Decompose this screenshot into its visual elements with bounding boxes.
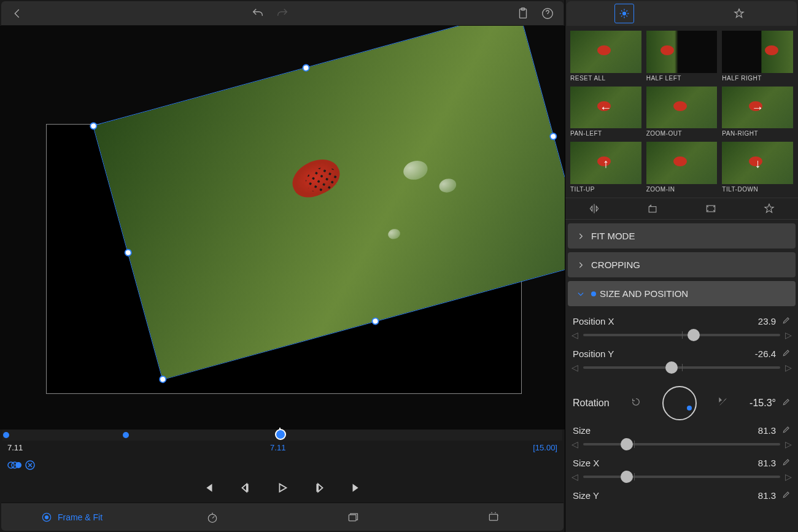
transform-tool-row (565, 198, 798, 220)
section-cropping-label: CROPPING (591, 260, 640, 270)
keyframe-1[interactable] (123, 432, 129, 438)
size-position-controls: Position X 23.9 ◁ ▷ Position Y -26.4 (565, 314, 798, 532)
side-toolbar (567, 1, 797, 26)
keyframe-start[interactable] (3, 432, 9, 438)
size-x-increment[interactable]: ▷ (785, 472, 792, 482)
preset-pan-right[interactable]: →PAN-RIGHT (722, 87, 793, 137)
rotation-ccw[interactable] (631, 397, 641, 409)
size-label: Size (573, 425, 591, 436)
tab-effects[interactable] (423, 503, 564, 531)
keyframe-group-icon[interactable] (7, 460, 22, 472)
edit-position-x[interactable] (782, 316, 791, 326)
position-y-increment[interactable]: ▷ (785, 363, 792, 372)
svg-point-7 (45, 515, 48, 519)
size-x-decrement[interactable]: ◁ (571, 472, 578, 482)
rotate-icon[interactable] (644, 200, 661, 217)
control-size-y: Size Y 81.3 (571, 490, 792, 504)
preset-tilt-up[interactable]: ↑TILT-UP (570, 142, 641, 193)
keyframe-delete-icon[interactable] (25, 460, 36, 473)
size-y-value: 81.3 (758, 490, 776, 501)
step-back-button[interactable] (237, 479, 254, 496)
size-slider[interactable] (583, 443, 780, 445)
svg-rect-13 (649, 207, 656, 212)
favorites-tab-button[interactable] (729, 4, 749, 23)
preset-tilt-down[interactable]: ↓TILT-DOWN (722, 142, 793, 193)
active-indicator-icon (591, 291, 596, 296)
size-x-slider[interactable] (583, 476, 780, 478)
position-x-value: 23.9 (758, 316, 776, 326)
control-position-y: Position Y -26.4 ◁ ▷ (571, 349, 792, 372)
size-y-label: Size Y (573, 490, 599, 501)
position-y-value: -26.4 (755, 349, 776, 359)
control-position-x: Position X 23.9 ◁ ▷ (571, 316, 792, 340)
presets-grid: RESET ALL HALF LEFT HALF RIGHT ←PAN-LEFT… (565, 26, 798, 198)
preset-zoom-in[interactable]: ZOOM-IN (646, 142, 718, 193)
favorite-icon[interactable] (761, 200, 778, 217)
bottom-tabs: Frame & Fit (1, 503, 564, 531)
canvas-viewer[interactable] (0, 26, 565, 430)
preset-pan-left[interactable]: ←PAN-LEFT (570, 87, 641, 137)
rotation-wheel[interactable] (662, 386, 697, 420)
playhead[interactable] (279, 428, 281, 439)
transport-controls (0, 476, 565, 503)
control-size: Size 81.3 ◁ ▷ (571, 425, 792, 449)
section-size-position-label: SIZE AND POSITION (600, 288, 688, 299)
control-size-x: Size X 81.3 ◁ ▷ (571, 458, 792, 482)
timeline-track[interactable] (2, 430, 562, 441)
size-value: 81.3 (758, 425, 776, 436)
rotation-value: -15.3° (750, 398, 776, 409)
timeline: 7.11 7.11 [15.00] (0, 430, 565, 503)
fit-screen-icon[interactable] (702, 200, 719, 217)
position-x-slider[interactable] (583, 334, 780, 336)
size-increment[interactable]: ▷ (785, 439, 792, 449)
back-button[interactable] (7, 4, 27, 23)
svg-point-5 (15, 462, 21, 468)
redo-button[interactable] (273, 4, 292, 23)
edit-position-y[interactable] (782, 349, 791, 359)
main-toolbar (1, 1, 564, 26)
help-button[interactable] (538, 4, 557, 23)
edit-rotation[interactable] (782, 398, 791, 409)
section-fit-mode-label: FIT MODE (591, 231, 635, 241)
position-y-decrement[interactable]: ◁ (571, 363, 578, 372)
go-end-button[interactable] (347, 479, 365, 496)
size-decrement[interactable]: ◁ (571, 439, 578, 449)
position-y-label: Position Y (573, 349, 614, 359)
svg-rect-11 (489, 514, 497, 520)
preset-reset-all[interactable]: RESET ALL (570, 31, 641, 82)
play-button[interactable] (274, 479, 291, 496)
svg-point-12 (622, 12, 626, 15)
size-x-label: Size X (573, 458, 599, 468)
rotation-label: Rotation (573, 398, 610, 409)
edit-size[interactable] (782, 425, 791, 436)
preset-half-right[interactable]: HALF RIGHT (722, 31, 793, 82)
svg-rect-10 (349, 514, 356, 520)
presets-tab-button[interactable] (614, 4, 634, 23)
go-start-button[interactable] (200, 479, 217, 496)
section-fit-mode[interactable]: FIT MODE (568, 223, 796, 249)
position-x-label: Position X (573, 316, 614, 326)
flip-horizontal-icon[interactable] (586, 200, 603, 217)
section-size-position[interactable]: SIZE AND POSITION (568, 281, 796, 306)
control-rotation: Rotation -15.3° (571, 381, 792, 425)
size-x-value: 81.3 (758, 458, 776, 468)
undo-button[interactable] (248, 4, 268, 23)
tab-layers[interactable] (282, 503, 423, 531)
preset-zoom-out[interactable]: ZOOM-OUT (646, 87, 718, 137)
rotation-cw[interactable] (718, 397, 728, 409)
tab-frame-fit-label: Frame & Fit (58, 512, 103, 522)
position-x-decrement[interactable]: ◁ (571, 330, 578, 340)
step-forward-button[interactable] (311, 479, 328, 496)
position-y-slider[interactable] (583, 366, 780, 369)
tab-speed[interactable] (142, 503, 282, 531)
section-cropping[interactable]: CROPPING (568, 252, 796, 277)
position-x-increment[interactable]: ▷ (785, 330, 792, 340)
tab-frame-fit[interactable]: Frame & Fit (1, 503, 142, 531)
preset-half-left[interactable]: HALF LEFT (646, 31, 718, 82)
edit-size-x[interactable] (782, 458, 791, 468)
clipboard-button[interactable] (513, 4, 533, 23)
edit-size-y[interactable] (782, 490, 791, 501)
